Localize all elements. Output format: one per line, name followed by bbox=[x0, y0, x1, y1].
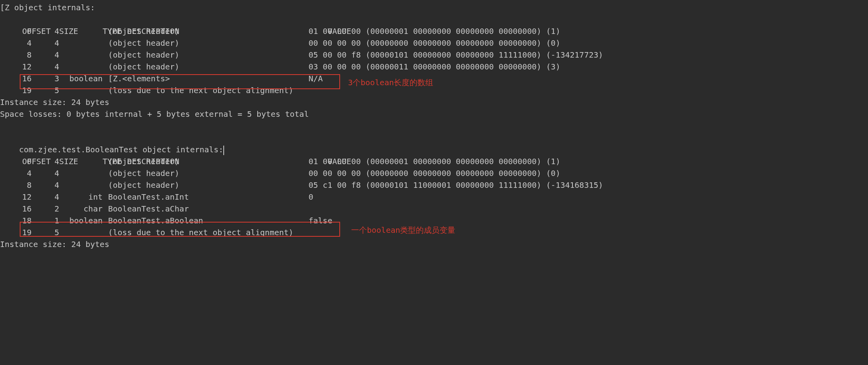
cell-offset: 0 bbox=[0, 25, 32, 37]
table-row: 04(object header)01 00 00 00 (00000001 0… bbox=[0, 25, 868, 37]
section1-footer-space-losses: Space losses: 0 bytes internal + 5 bytes… bbox=[0, 108, 868, 120]
cell-value: 05 00 00 f8 (00000101 00000000 00000000 … bbox=[309, 49, 603, 61]
table-row: 84(object header)05 c1 00 f8 (00000101 1… bbox=[0, 179, 868, 191]
terminal-output: [Z object internals: OFFSETSIZETYPEDESCR… bbox=[0, 0, 868, 250]
table-row: 44(object header)00 00 00 00 (00000000 0… bbox=[0, 167, 868, 179]
cell-desc: BooleanTest.aChar bbox=[103, 203, 309, 215]
cell-offset: 4 bbox=[0, 167, 32, 179]
cell-offset: 19 bbox=[0, 84, 32, 96]
highlight-annotation-2: 一个boolean类型的成员变量 bbox=[351, 224, 455, 236]
table-row: 163boolean[Z.<elements>N/A bbox=[0, 73, 868, 84]
table-row: 124(object header)03 00 00 00 (00000011 … bbox=[0, 61, 868, 73]
cell-size: 4 bbox=[32, 25, 59, 37]
table-row: 162charBooleanTest.aChar bbox=[0, 203, 868, 215]
cell-type: boolean bbox=[59, 73, 103, 84]
cell-offset: 16 bbox=[0, 73, 32, 84]
cell-offset: 18 bbox=[0, 215, 32, 226]
cell-value: 00 00 00 00 (00000000 00000000 00000000 … bbox=[309, 167, 560, 179]
cell-size: 4 bbox=[32, 61, 59, 73]
section2-footer-instance-size: Instance size: 24 bytes bbox=[0, 238, 868, 250]
cell-value: false bbox=[309, 215, 332, 226]
cell-size: 4 bbox=[32, 167, 59, 179]
cell-desc: (loss due to the next object alignment) bbox=[103, 84, 309, 96]
cell-desc: (object header) bbox=[103, 155, 309, 167]
cell-value: 00 00 00 00 (00000000 00000000 00000000 … bbox=[309, 37, 560, 49]
section1-headers: OFFSETSIZETYPEDESCRIPTIONVALUE bbox=[0, 13, 868, 25]
cell-type: char bbox=[59, 203, 103, 215]
cell-offset: 19 bbox=[0, 226, 32, 238]
cell-value: 05 c1 00 f8 (00000101 11000001 00000000 … bbox=[309, 179, 603, 191]
cell-desc: [Z.<elements> bbox=[103, 73, 309, 84]
cell-desc: (loss due to the next object alignment) bbox=[103, 226, 309, 238]
cell-size: 3 bbox=[32, 73, 59, 84]
cell-value: 03 00 00 00 (00000011 00000000 00000000 … bbox=[309, 61, 560, 73]
cell-offset: 12 bbox=[0, 61, 32, 73]
cell-offset: 0 bbox=[0, 155, 32, 167]
cell-size: 4 bbox=[32, 179, 59, 191]
cell-type: int bbox=[59, 191, 103, 203]
cell-size: 5 bbox=[32, 226, 59, 238]
cell-size: 2 bbox=[32, 203, 59, 215]
cell-desc: (object header) bbox=[103, 167, 309, 179]
table-row: 195(loss due to the next object alignmen… bbox=[0, 84, 868, 96]
cell-offset: 12 bbox=[0, 191, 32, 203]
section2-title: com.zjee.test.BooleanTest object interna… bbox=[0, 132, 868, 144]
cell-desc: (object header) bbox=[103, 61, 309, 73]
highlight-annotation-1: 3个boolean长度的数组 bbox=[348, 77, 433, 88]
cell-desc: BooleanTest.anInt bbox=[103, 191, 309, 203]
cell-desc: (object header) bbox=[103, 37, 309, 49]
cell-size: 1 bbox=[32, 215, 59, 226]
cell-type: boolean bbox=[59, 215, 103, 226]
cell-size: 5 bbox=[32, 84, 59, 96]
blank-line bbox=[0, 120, 868, 132]
cell-size: 4 bbox=[32, 37, 59, 49]
cell-size: 4 bbox=[32, 155, 59, 167]
cell-desc: (object header) bbox=[103, 25, 309, 37]
cell-value: 01 00 00 00 (00000001 00000000 00000000 … bbox=[309, 155, 560, 167]
cell-desc: BooleanTest.aBoolean bbox=[103, 215, 309, 226]
cell-offset: 4 bbox=[0, 37, 32, 49]
cell-value: 0 bbox=[309, 191, 313, 203]
section1-footer-instance-size: Instance size: 24 bytes bbox=[0, 96, 868, 108]
cell-size: 4 bbox=[32, 191, 59, 203]
cell-value: N/A bbox=[309, 73, 323, 84]
table-row: 44(object header)00 00 00 00 (00000000 0… bbox=[0, 37, 868, 49]
cell-value: 01 00 00 00 (00000001 00000000 00000000 … bbox=[309, 25, 560, 37]
section1-title: [Z object internals: bbox=[0, 2, 868, 13]
cell-offset: 16 bbox=[0, 203, 32, 215]
section2-headers: OFFSETSIZETYPEDESCRIPTIONVALUE bbox=[0, 144, 868, 155]
table-row: 84(object header)05 00 00 f8 (00000101 0… bbox=[0, 49, 868, 61]
cell-size: 4 bbox=[32, 49, 59, 61]
table-row: 04(object header)01 00 00 00 (00000001 0… bbox=[0, 155, 868, 167]
table-row: 124intBooleanTest.anInt0 bbox=[0, 191, 868, 203]
cell-desc: (object header) bbox=[103, 49, 309, 61]
cell-offset: 8 bbox=[0, 179, 32, 191]
cell-offset: 8 bbox=[0, 49, 32, 61]
cell-desc: (object header) bbox=[103, 179, 309, 191]
